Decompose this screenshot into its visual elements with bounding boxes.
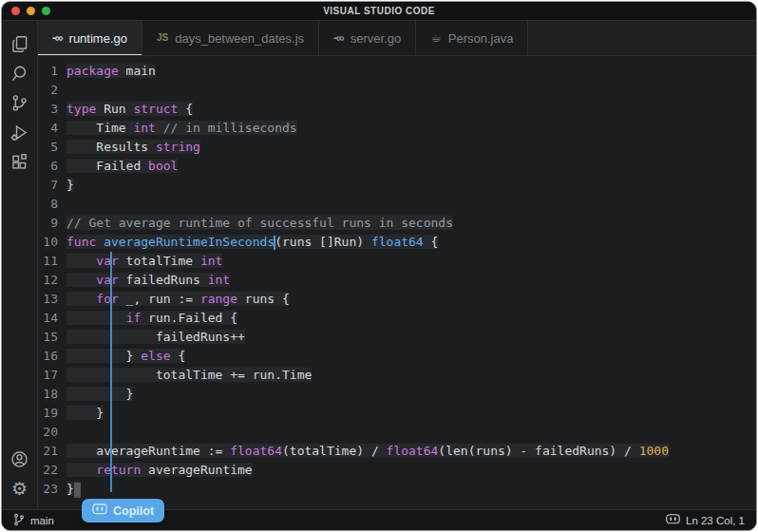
code-line-4[interactable]: 4 Time int // in milliseconds <box>38 119 756 138</box>
code-token: func <box>66 235 96 249</box>
code-line-2[interactable]: 2 <box>38 81 756 100</box>
code-line-10[interactable]: 10func averageRuntimeInSeconds(runs []Ru… <box>38 233 756 252</box>
code-token: { <box>178 102 193 116</box>
search-icon[interactable] <box>7 59 33 88</box>
code-line-text[interactable]: } <box>66 385 133 404</box>
code-line-text[interactable]: for _, run := range runs { <box>66 290 290 309</box>
code-token: bool <box>148 159 178 173</box>
code-text-run: Failed bool <box>66 159 178 173</box>
code-token: (totalTime) / <box>282 444 387 458</box>
minimize-button[interactable] <box>27 7 35 15</box>
code-text-run: } <box>66 406 104 420</box>
line-number: 4 <box>38 119 66 138</box>
code-line-text[interactable]: } else { <box>66 347 185 366</box>
line-number: 14 <box>38 309 66 328</box>
code-line-7[interactable]: 7} <box>38 176 756 195</box>
code-token: _, run := <box>119 292 200 306</box>
code-line-text[interactable]: averageRuntime := float64(totalTime) / f… <box>66 442 669 461</box>
code-token: 1000 <box>639 444 669 458</box>
code-line-text[interactable]: } <box>66 176 74 195</box>
code-token: Failed <box>66 159 148 173</box>
account-icon[interactable] <box>7 445 33 474</box>
code-line-text[interactable]: Time int // in milliseconds <box>66 119 297 138</box>
code-line-13[interactable]: 13 for _, run := range runs { <box>38 290 756 309</box>
code-line-22[interactable]: 22 return averageRuntime <box>38 461 756 480</box>
source-control-icon[interactable] <box>7 88 33 118</box>
code-token: float64 <box>371 235 424 249</box>
code-line-text[interactable]: var failedRuns int <box>66 271 230 290</box>
code-line-8[interactable]: 8 <box>38 195 756 214</box>
code-line-text[interactable]: if run.Failed { <box>66 309 237 328</box>
code-token: else <box>141 349 170 363</box>
code-line-17[interactable]: 17 totalTime += run.Time <box>38 366 756 385</box>
code-token: } <box>66 406 104 420</box>
cursor-position[interactable]: Ln 23 Col, 1 <box>686 515 745 526</box>
code-line-text[interactable]: func averageRuntimeInSeconds(runs []Run)… <box>66 233 438 252</box>
code-line-text[interactable]: totalTime += run.Time <box>66 366 312 385</box>
code-line-12[interactable]: 12 var failedRuns int <box>38 271 756 290</box>
code-text-run: totalTime += run.Time <box>66 368 312 382</box>
extensions-icon[interactable] <box>7 147 33 177</box>
code-line-text[interactable]: // Get average runtime of successful run… <box>66 214 453 233</box>
code-line-text[interactable]: } <box>66 404 104 423</box>
code-line-20[interactable]: 20 <box>38 423 756 442</box>
code-line-6[interactable]: 6 Failed bool <box>38 157 756 176</box>
code-token: averageRuntime <box>141 463 252 477</box>
code-line-15[interactable]: 15 failedRuns++ <box>38 328 756 347</box>
js-icon: JS <box>157 33 168 43</box>
copilot-status-icon[interactable] <box>666 514 680 527</box>
run-debug-icon[interactable] <box>7 118 33 147</box>
code-line-text[interactable]: return averageRuntime <box>66 461 253 480</box>
code-text-run: } <box>66 387 133 401</box>
line-number: 23 <box>38 480 66 499</box>
code-line-text[interactable]: var totalTime int <box>66 252 222 271</box>
code-text-run: return averageRuntime <box>66 463 253 477</box>
line-number: 9 <box>38 214 66 233</box>
code-text-run: averageRuntime := float64(totalTime) / f… <box>66 444 669 458</box>
code-line-19[interactable]: 19 } <box>38 404 756 423</box>
code-content: 1package main23type Run struct {4 Time i… <box>38 62 756 499</box>
zoom-button[interactable] <box>42 7 50 15</box>
code-token <box>156 121 163 135</box>
code-line-21[interactable]: 21 averageRuntime := float64(totalTime) … <box>38 442 756 461</box>
git-branch-indicator[interactable]: main <box>13 513 54 528</box>
code-text-run: var totalTime int <box>66 254 222 268</box>
activity-bar-bottom: ⚙ <box>7 445 33 504</box>
code-line-9[interactable]: 9// Get average runtime of successful ru… <box>38 214 756 233</box>
code-line-16[interactable]: 16 } else { <box>38 347 756 366</box>
tab-days_between_dates.js[interactable]: JSdays_between_dates.js <box>142 21 319 55</box>
code-text-run: } else { <box>66 349 185 363</box>
code-text-run: } <box>66 178 74 192</box>
code-line-23[interactable]: 23} <box>38 480 756 499</box>
settings-icon[interactable]: ⚙ <box>7 474 33 504</box>
copilot-badge[interactable]: Copilot <box>82 499 164 522</box>
code-line-text[interactable]: type Run struct { <box>66 100 193 119</box>
code-line-3[interactable]: 3type Run struct { <box>38 100 756 119</box>
code-line-text[interactable]: Results string <box>66 138 200 157</box>
code-token: Run <box>96 102 133 116</box>
code-line-18[interactable]: 18 } <box>38 385 756 404</box>
code-editor[interactable]: 1package main23type Run struct {4 Time i… <box>38 56 756 509</box>
code-line-text[interactable]: Failed bool <box>66 157 178 176</box>
tab-server.go[interactable]: -∞server.go <box>319 21 416 55</box>
code-token: main <box>119 64 156 78</box>
code-token: var <box>96 273 118 287</box>
code-token: } <box>66 349 141 363</box>
code-line-1[interactable]: 1package main <box>38 62 756 81</box>
code-text-run: package main <box>66 64 156 78</box>
code-line-text[interactable]: failedRuns++ <box>66 328 245 347</box>
code-token: totalTime <box>119 254 200 268</box>
code-line-5[interactable]: 5 Results string <box>38 138 756 157</box>
tab-Person.java[interactable]: ☕Person.java <box>416 21 528 55</box>
code-line-text[interactable]: } <box>66 480 81 499</box>
tab-runtime.go[interactable]: -∞runtime.go <box>38 21 142 55</box>
code-token: averageRuntime := <box>66 444 230 458</box>
line-number: 17 <box>38 366 66 385</box>
line-number: 8 <box>38 195 66 214</box>
code-token: Time <box>66 121 133 135</box>
explorer-icon[interactable] <box>7 29 33 59</box>
code-line-text[interactable]: package main <box>66 62 156 81</box>
code-line-14[interactable]: 14 if run.Failed { <box>38 309 756 328</box>
close-button[interactable] <box>11 7 20 15</box>
code-line-11[interactable]: 11 var totalTime int <box>38 252 756 271</box>
